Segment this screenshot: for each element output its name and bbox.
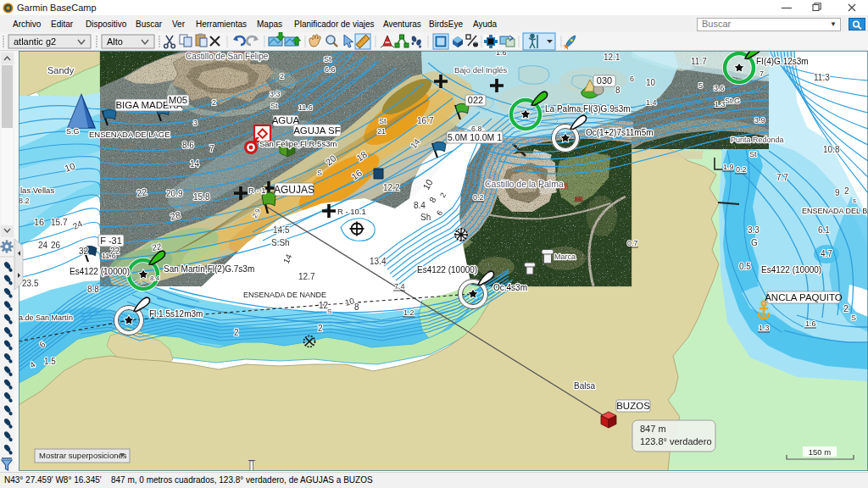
svg-text:Fl.1.5s12m3m: Fl.1.5s12m3m [149, 309, 203, 319]
svg-text:24: 24 [38, 241, 48, 250]
svg-text:S.Sh: S.Sh [271, 238, 290, 247]
svg-text:1.9: 1.9 [723, 163, 734, 171]
svg-text:11.7: 11.7 [691, 57, 707, 66]
svg-text:022: 022 [468, 95, 483, 105]
svg-text:847 m: 847 m [640, 424, 666, 434]
svg-text:R - 10.1: R - 10.1 [337, 207, 366, 216]
svg-text:La Palma,Fl(3)G.9s3m: La Palma,Fl(3)G.9s3m [545, 104, 631, 114]
svg-text:6: 6 [630, 75, 634, 83]
svg-text:26: 26 [51, 241, 61, 250]
svg-text:Sandy: Sandy [47, 65, 75, 75]
svg-text:0.7: 0.7 [627, 239, 638, 247]
svg-text:2: 2 [844, 186, 849, 196]
svg-text:15.7: 15.7 [51, 218, 68, 227]
svg-text:Alto: Alto [107, 36, 123, 47]
svg-text:F -31: F -31 [100, 236, 122, 246]
svg-text:21: 21 [377, 127, 386, 136]
svg-text:32: 32 [79, 247, 89, 256]
svg-text:1.3: 1.3 [715, 100, 726, 108]
svg-text:10.8: 10.8 [823, 145, 840, 154]
svg-text:2: 2 [212, 98, 216, 107]
svg-text:3.3: 3.3 [748, 225, 760, 235]
svg-text:St: St [270, 102, 278, 110]
svg-text:M05: M05 [169, 95, 187, 105]
svg-text:1.3: 1.3 [759, 324, 770, 332]
svg-text:ENSENADA DE NANDE: ENSENADA DE NANDE [243, 291, 326, 299]
svg-text:6.6: 6.6 [325, 65, 336, 74]
svg-text:7: 7 [209, 144, 214, 153]
svg-text:Castillo de la Palma: Castillo de la Palma [485, 179, 564, 189]
svg-text:Oc.4s3m: Oc.4s3m [493, 283, 527, 292]
svg-text:1.2: 1.2 [403, 308, 415, 317]
svg-text:16.7: 16.7 [417, 116, 434, 125]
svg-text:6.1: 6.1 [818, 225, 830, 235]
svg-text:Bajo del Inglés: Bajo del Inglés [454, 65, 508, 75]
svg-text:7: 7 [760, 69, 764, 78]
svg-text:7.7: 7.7 [776, 173, 788, 182]
svg-text:Balsa: Balsa [574, 381, 595, 391]
svg-text:ENSENADA DEL BA: ENSENADA DEL BA [802, 207, 868, 215]
svg-text:22: 22 [136, 186, 147, 198]
svg-text:0.5: 0.5 [739, 262, 751, 271]
svg-text:12.1: 12.1 [604, 53, 620, 62]
svg-text:16: 16 [34, 217, 44, 227]
svg-text:10: 10 [646, 78, 656, 87]
svg-text:20.9: 20.9 [166, 189, 183, 198]
svg-text:R - 1: R - 1 [248, 186, 266, 195]
svg-text:BUZOS: BUZOS [616, 401, 650, 411]
svg-text:15.8: 15.8 [193, 192, 210, 202]
svg-text:12.2: 12.2 [383, 183, 400, 192]
svg-text:San Martín,Fl(2)G.7s3m: San Martín,Fl(2)G.7s3m [164, 264, 254, 274]
svg-text:Mostrar superposiciones: Mostrar superposiciones [39, 451, 127, 460]
svg-text:S: S [317, 169, 322, 177]
svg-text:2: 2 [234, 328, 239, 337]
svg-text:13.4: 13.4 [370, 257, 387, 266]
svg-text:9: 9 [835, 188, 840, 197]
svg-text:14.5: 14.5 [273, 225, 290, 235]
svg-text:ANCLA PAQUITO: ANCLA PAQUITO [765, 292, 843, 302]
svg-text:S: S [851, 313, 856, 322]
svg-text:AGUA: AGUA [272, 115, 300, 125]
svg-text:Punta Redonda: Punta Redonda [731, 136, 784, 144]
svg-text:8.8: 8.8 [87, 285, 99, 294]
svg-text:8.4: 8.4 [414, 201, 426, 210]
svg-text:Es4122 (10000): Es4122 (10000) [417, 265, 477, 274]
svg-text:150 m: 150 m [809, 447, 831, 457]
svg-text:3.3: 3.3 [270, 90, 281, 98]
svg-text:AGUJAS: AGUJAS [274, 184, 314, 196]
svg-text:030: 030 [597, 75, 612, 86]
svg-text:S: S [327, 308, 331, 315]
svg-text:Marca: Marca [554, 252, 576, 261]
svg-text:4.7: 4.7 [821, 249, 832, 258]
svg-text:2: 2 [318, 324, 323, 333]
svg-text:8: 8 [615, 86, 620, 95]
svg-text:3.9: 3.9 [754, 116, 765, 125]
svg-text:Castillo de San Felipe: Castillo de San Felipe [186, 52, 269, 61]
svg-text:7.4: 7.4 [394, 282, 405, 291]
svg-text:0.2: 0.2 [736, 165, 747, 174]
svg-text:San Felipe,Fl.R.5s3m: San Felipe,Fl.R.5s3m [259, 139, 337, 148]
svg-text:Oc(1+2)7s11m5m: Oc(1+2)7s11m5m [586, 128, 654, 137]
svg-text:5: 5 [698, 81, 703, 90]
svg-text:ENSENADA DE LAGE: ENSENADA DE LAGE [89, 130, 170, 139]
svg-text:6.8: 6.8 [471, 125, 482, 133]
svg-text:123.8° verdadero: 123.8° verdadero [640, 436, 712, 446]
svg-text:3: 3 [193, 119, 198, 127]
svg-text:8.6: 8.6 [182, 141, 194, 150]
svg-text:2: 2 [843, 303, 849, 313]
svg-text:11.6: 11.6 [298, 103, 313, 112]
svg-text:11.3: 11.3 [814, 73, 830, 82]
svg-text:14: 14 [190, 159, 200, 169]
svg-text:2: 2 [280, 72, 284, 80]
svg-text:Es4122 (10000): Es4122 (10000) [70, 267, 130, 276]
svg-text:1.4: 1.4 [646, 98, 657, 107]
svg-text:atlantic g2: atlantic g2 [14, 36, 56, 47]
svg-text:12.7: 12.7 [298, 272, 315, 281]
svg-text:Sh: Sh [420, 213, 431, 222]
svg-text:11.6: 11.6 [102, 252, 116, 260]
svg-text:1.5: 1.5 [44, 357, 56, 366]
svg-text:8: 8 [354, 302, 359, 312]
svg-text:8.4: 8.4 [150, 274, 160, 282]
svg-text:s: s [853, 197, 856, 204]
svg-text:St: St [379, 117, 387, 125]
